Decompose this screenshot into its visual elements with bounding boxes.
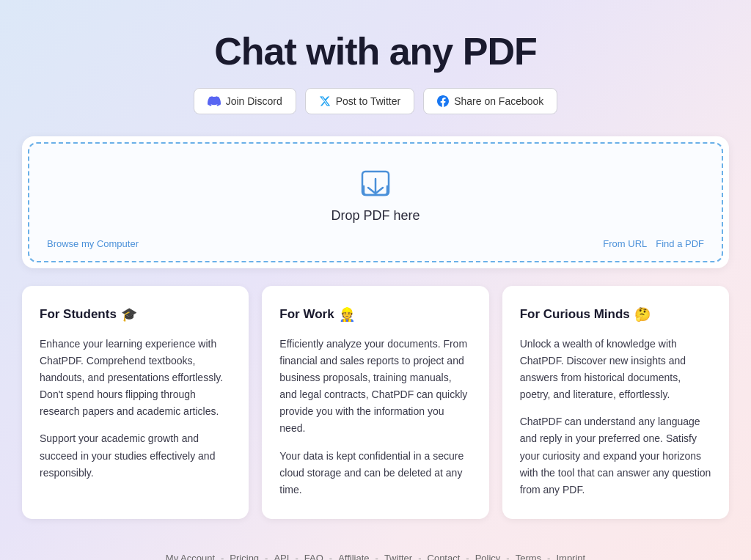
footer-item-policy[interactable]: Policy [475,553,501,560]
work-para-2: Your data is kept confidential in a secu… [279,448,471,498]
work-emoji: 👷 [339,306,355,323]
footer-item-twitter[interactable]: Twitter [384,553,412,560]
drop-zone-text: Drop PDF here [331,208,420,224]
drop-zone-footer: Browse my Computer From URL Find a PDF [44,235,707,249]
facebook-button[interactable]: Share on Facebook [423,88,557,114]
students-para-2: Support your academic growth and succeed… [40,430,231,481]
card-curious-body: Unlock a wealth of knowledge with ChatPD… [520,336,711,498]
footer-item-contact[interactable]: Contact [428,553,461,560]
curious-emoji: 🤔 [634,306,651,323]
footer-item-my-account[interactable]: My Account [166,553,215,560]
students-para-1: Enhance your learning experience with Ch… [40,336,231,420]
facebook-icon [437,95,449,107]
social-buttons-group: Join Discord Post to Twitter Share on Fa… [194,88,558,114]
card-curious: For Curious Minds 🤔 Unlock a wealth of k… [502,286,729,519]
footer-separator: - [221,553,224,560]
card-work: For Work 👷 Efficiently analyze your docu… [262,286,488,519]
card-students: For Students 🎓 Enhance your learning exp… [22,286,249,519]
footer-separator: - [466,553,469,560]
discord-button[interactable]: Join Discord [194,88,296,114]
footer-separator: - [295,553,298,560]
footer-item-faq[interactable]: FAQ [304,553,323,560]
footer-item-api[interactable]: API [274,553,289,560]
card-work-title: For Work 👷 [279,306,471,323]
curious-para-2: ChatPDF can understand any language and … [520,413,711,498]
footer-item-affiliate[interactable]: Affiliate [338,553,369,560]
footer-item-terms[interactable]: Terms [516,553,541,560]
curious-para-1: Unlock a wealth of knowledge with ChatPD… [520,336,711,403]
from-url-link[interactable]: From URL [603,238,647,249]
card-work-body: Efficiently analyze your documents. From… [279,336,471,498]
footer-item-pricing[interactable]: Pricing [230,553,259,560]
browse-computer-link[interactable]: Browse my Computer [47,238,139,249]
footer-separator: - [506,553,509,560]
find-pdf-link[interactable]: Find a PDF [656,238,704,249]
discord-label: Join Discord [226,95,282,107]
twitter-button[interactable]: Post to Twitter [305,88,414,114]
drop-zone-wrapper: Drop PDF here Browse my Computer From UR… [22,136,729,268]
cards-row: For Students 🎓 Enhance your learning exp… [22,286,729,519]
footer-separator: - [376,553,378,560]
facebook-label: Share on Facebook [454,95,543,107]
page-wrapper: Chat with any PDF Join Discord Post to T… [0,0,751,560]
footer-separator: - [265,553,268,560]
page-title: Chat with any PDF [214,29,536,73]
drop-zone[interactable]: Drop PDF here Browse my Computer From UR… [28,142,723,262]
discord-icon [208,95,221,108]
twitter-icon [319,95,331,107]
card-curious-title: For Curious Minds 🤔 [520,306,711,323]
drop-right-links: From URL Find a PDF [603,238,704,249]
students-emoji: 🎓 [121,306,137,323]
footer-separator: - [418,553,421,560]
pdf-inbox-icon [358,166,393,201]
footer-item-imprint[interactable]: Imprint [556,553,585,560]
footer: My Account-Pricing-API-FAQ-Affiliate-Twi… [166,541,585,560]
twitter-label: Post to Twitter [336,95,400,107]
card-students-title: For Students 🎓 [40,306,231,323]
card-students-body: Enhance your learning experience with Ch… [40,336,231,482]
footer-separator: - [547,553,550,560]
footer-separator: - [329,553,332,560]
work-para-1: Efficiently analyze your documents. From… [279,336,471,438]
